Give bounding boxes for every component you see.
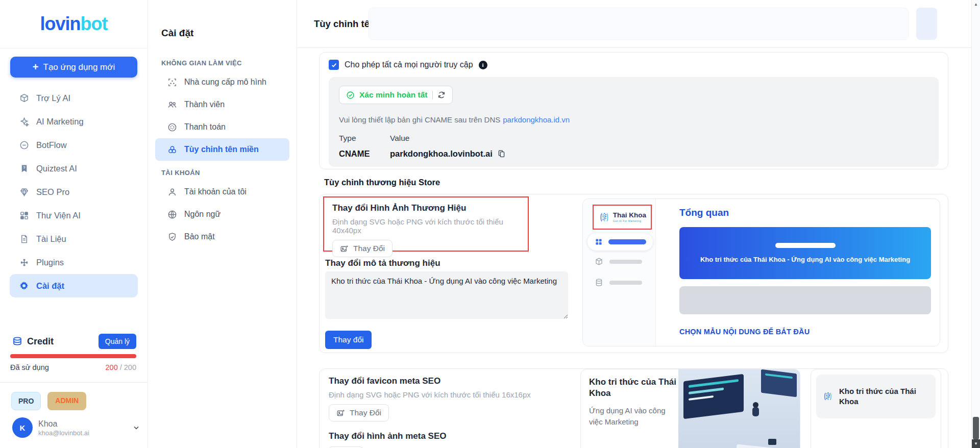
brand-desc-title: Thay đổi mô tả thương hiệu	[325, 258, 440, 268]
info-icon[interactable]: i	[479, 61, 487, 69]
preview-nav-item[interactable]	[595, 257, 642, 266]
favicon-change-button[interactable]: Thay Đổi	[329, 404, 389, 421]
sidebar-item-tai-lieu[interactable]: Tài Liệu	[10, 227, 138, 251]
settings-item-members[interactable]: Thành viên	[155, 93, 289, 116]
scrollbar-down-button[interactable]: ▼	[972, 439, 980, 448]
settings-item-custom-domain[interactable]: Tùy chỉnh tên miền	[155, 138, 289, 161]
brand-image-hint: Định dạng SVG hoặc PNG với kích thước tố…	[332, 217, 520, 235]
scrollbar-up-button[interactable]: ▲	[972, 0, 980, 9]
banner-placeholder-pill	[775, 243, 836, 248]
brand-image-change-label: Thay Đổi	[353, 244, 385, 253]
sidebar-item-label: Plugins	[36, 258, 64, 267]
seo-settings-card: Thay đổi favicon meta SEO Định dạng SVG …	[319, 368, 948, 448]
settings-item-label: Thành viên	[184, 100, 225, 109]
brand-image-change-button[interactable]: Thay Đổi	[332, 240, 393, 257]
user-name: Khoa	[38, 419, 89, 429]
sidebar-item-botflow[interactable]: BotFlow	[10, 133, 138, 157]
credit-usage-values: 200/ 200	[106, 363, 136, 371]
sidebar-item-seo-pro[interactable]: SEO Pro	[10, 180, 138, 204]
chevron-down-icon[interactable]	[132, 424, 140, 432]
plus-icon: +	[33, 61, 39, 73]
main-content: Cho phép tất cả mọi người truy cập i Xác…	[297, 48, 980, 448]
sidebar-item-label: AI Marketing	[36, 117, 84, 127]
settings-item-label: Bảo mật	[184, 232, 215, 241]
settings-section-workspace: KHÔNG GIAN LÀM VIỆC	[161, 59, 297, 67]
nav-placeholder-bar	[609, 281, 642, 285]
public-access-row: Cho phép tất cả mọi người truy cập i	[329, 60, 939, 70]
illustration-monitor	[768, 439, 776, 445]
settings-item-label: Thanh toán	[184, 122, 226, 132]
sidebar-item-label: SEO Pro	[36, 187, 69, 197]
verify-status-label: Xác minh hoàn tất	[359, 90, 428, 99]
copy-icon[interactable]	[497, 150, 506, 158]
verify-status-button[interactable]: Xác minh hoàn tất	[339, 86, 453, 104]
settings-item-security[interactable]: Bảo mật	[155, 226, 289, 248]
cube-icon	[19, 93, 29, 103]
logo-text-primary: lovin	[40, 13, 81, 35]
credit-total-value: / 200	[120, 363, 136, 371]
settings-item-billing[interactable]: Thanh toán	[155, 116, 289, 138]
preview-hero-banner: Kho tri thức của Thái Khoa - Ứng dụng AI…	[679, 227, 931, 279]
seo-side-card-inner: Kho tri thức của Thái Khoa	[816, 375, 936, 418]
store-section-title: Tùy chỉnh thương hiệu Store	[324, 178, 440, 187]
scrollbar-thumb[interactable]	[973, 417, 979, 439]
seo-preview-description: Ứng dụng AI vào công việc Marketing	[589, 405, 679, 428]
preview-brand-tagline: Gen AI For Marketing	[613, 219, 646, 222]
preview-brand-logo-box: Thai Khoa Gen AI For Marketing	[593, 205, 652, 230]
sidebar-item-thu-vien-ai[interactable]: Thư Viện AI	[10, 204, 138, 227]
admin-badge: ADMIN	[47, 392, 86, 410]
credit-label: Credit	[27, 336, 54, 347]
brand-desc-textarea[interactable]: Kho tri thức của Thái Khoa - Ứng dụng AI…	[325, 271, 568, 319]
sidebar-item-cai-dat[interactable]: Cài đặt	[10, 274, 138, 297]
credit-used-label: Đã sử dụng	[10, 363, 49, 371]
record-table-header: Type Value	[339, 134, 928, 143]
sidebar-item-tro-ly-ai[interactable]: Trợ Lý AI	[10, 86, 138, 110]
public-access-label: Cho phép tất cả mọi người truy cập	[345, 60, 473, 69]
grid-icon	[595, 238, 603, 246]
user-menu[interactable]: K Khoa khoa@lovinbot.ai	[12, 415, 140, 440]
main-panel: Tùy chỉnh tên miền Cho phép tất cả mọi n…	[297, 0, 980, 448]
preview-nav-active-item[interactable]	[587, 233, 653, 251]
sidebar-item-quiztest-ai[interactable]: ? Quiztest AI	[10, 157, 138, 180]
preview-brand-name: Thai Khoa	[613, 212, 646, 219]
puzzle-icon	[19, 257, 29, 267]
brand-desc-submit-button[interactable]: Thay đổi	[325, 331, 372, 349]
choose-template-link[interactable]: CHỌN MẪU NỘI DUNG ĐỂ BẮT ĐẦU	[679, 328, 810, 336]
lovinbot-logo[interactable]: lovinbot	[0, 0, 148, 48]
sidebar-item-label: BotFlow	[36, 140, 67, 150]
image-edit-icon	[336, 409, 345, 417]
settings-item-model-provider[interactable]: Nhà cung cấp mô hình	[155, 71, 289, 93]
main-header: Tùy chỉnh tên miền	[297, 0, 980, 48]
dns-instruction: Vui lòng thiết lập bản ghi CNAME sau trê…	[339, 115, 928, 124]
sidebar-nav: Trợ Lý AI AI Marketing BotFlow ? Quiztes…	[0, 86, 148, 297]
store-preview-panel: Thai Khoa Gen AI For Marketing	[582, 198, 940, 346]
public-access-checkbox[interactable]	[329, 60, 339, 70]
credit-manage-button[interactable]: Quản lý	[99, 334, 136, 349]
button-divider	[432, 91, 433, 99]
sidebar-item-label: Cài đặt	[36, 281, 64, 291]
coins-icon	[12, 336, 22, 346]
favicon-change-label: Thay Đổi	[350, 408, 381, 417]
preview-nav-item[interactable]	[595, 278, 642, 287]
refresh-icon[interactable]	[437, 91, 446, 99]
illustration-desk	[737, 444, 792, 448]
plan-badges: PRO ADMIN	[11, 392, 86, 410]
sidebar-item-label: Trợ Lý AI	[36, 93, 70, 103]
seo-preview-text: Kho tri thức của Thái Khoa Ứng dụng AI v…	[589, 377, 679, 428]
avatar: K	[12, 417, 33, 438]
dns-domain-link[interactable]: parkdongkhoa.id.vn	[503, 115, 570, 124]
illustration-screen	[683, 374, 744, 419]
sidebar-item-ai-marketing[interactable]: AI Marketing	[10, 110, 138, 133]
preview-sidebar: Thai Khoa Gen AI For Marketing	[583, 199, 656, 346]
settings-item-my-account[interactable]: Tài khoản của tôi	[155, 181, 289, 203]
logo-text-secondary: bot	[81, 13, 108, 35]
create-app-button[interactable]: + Tạo ứng dụng mới	[10, 57, 137, 78]
record-type: CNAME	[339, 149, 390, 159]
model-provider-icon	[167, 78, 177, 87]
sidebar-item-plugins[interactable]: Plugins	[10, 251, 138, 274]
page-scrollbar[interactable]: ▲ ▼	[971, 0, 980, 448]
value-column-header: Value	[390, 134, 410, 143]
sparkle-icon	[19, 116, 29, 127]
brand-image-section: Thay đổi Hình Ảnh Thương Hiệu Định dạng …	[323, 196, 529, 252]
settings-item-language[interactable]: Ngôn ngữ	[155, 203, 289, 226]
